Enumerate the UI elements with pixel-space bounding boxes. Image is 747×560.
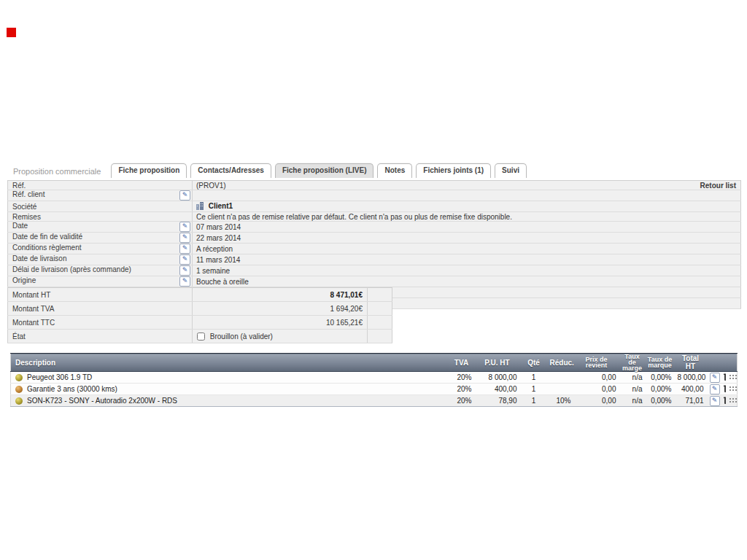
service-icon	[15, 386, 23, 393]
line-taux-marque: 0,00%	[646, 384, 675, 395]
date-value: 07 mars 2014	[193, 222, 741, 233]
header-description: Description	[11, 354, 449, 372]
montant-tva-label: Montant TVA	[8, 302, 193, 316]
row-remises: Remises Ce client n'a pas de remise rela…	[8, 212, 741, 222]
row-delai-livraison: Délai de livraison (après commande)✎ 1 s…	[8, 265, 741, 276]
line-prix-revient: 0,00	[574, 395, 619, 407]
date-fin-validite-value: 22 mars 2014	[193, 233, 741, 244]
row-ref: Réf. Retour list (PROV1)	[8, 181, 741, 190]
edit-line-icon[interactable]: ✎	[710, 373, 720, 383]
company-icon	[196, 202, 204, 211]
etat-label: État	[8, 330, 193, 343]
date-livraison-label: Date de livraison	[12, 254, 66, 262]
row-origine: Origine✎ Bouche à oreille	[8, 276, 741, 287]
line-prix-revient: 0,00	[574, 372, 619, 384]
delete-line-icon[interactable]	[723, 396, 726, 406]
header-tva: TVA	[449, 354, 475, 372]
row-date: Date✎ 07 mars 2014	[8, 222, 741, 233]
back-to-list-link[interactable]: Retour list	[700, 182, 740, 190]
etat-checkbox[interactable]	[197, 332, 205, 341]
remises-label: Remises	[8, 212, 193, 222]
product-icon	[15, 397, 23, 405]
line-reduc: 10%	[548, 395, 574, 407]
header-pu-ht: P.U. HT	[475, 354, 520, 372]
row-date-livraison: Date de livraison✎ 11 mars 2014	[8, 254, 741, 265]
line-row: Garantie 3 ans (30000 kms) 20% 400,00 1 …	[11, 384, 738, 395]
line-description[interactable]: Garantie 3 ans (30000 kms)	[27, 385, 117, 393]
totals-table: Montant HT 8 471,01€ Montant TVA 1 694,2…	[7, 287, 392, 343]
drag-handle-icon[interactable]	[729, 373, 737, 381]
origine-value: Bouche à oreille	[193, 276, 741, 287]
line-tva: 20%	[449, 372, 475, 384]
societe-link[interactable]: Client1	[209, 202, 233, 210]
line-pu-ht: 400,00	[475, 384, 520, 395]
line-qty: 1	[520, 395, 548, 407]
edit-line-icon[interactable]: ✎	[710, 396, 720, 406]
header-reduc: Réduc.	[548, 354, 574, 372]
line-description[interactable]: SON-K723 - SONY - Autoradio 2x200W - RDS	[27, 397, 177, 405]
ref-label: Réf.	[8, 181, 193, 190]
montant-ttc-label: Montant TTC	[8, 316, 193, 330]
line-reduc	[548, 372, 574, 384]
row-montant-ttc: Montant TTC 10 165,21€	[8, 316, 392, 330]
delai-livraison-label: Délai de livraison (après commande)	[12, 265, 131, 273]
line-qty: 1	[520, 384, 548, 395]
tab-fichiers-joints[interactable]: Fichiers joints (1)	[416, 163, 491, 178]
delete-line-icon[interactable]	[723, 384, 726, 394]
row-ref-client: Réf. client✎	[8, 190, 741, 201]
drag-handle-icon[interactable]	[729, 385, 737, 392]
etat-value: Brouillon (à valider)	[210, 332, 273, 341]
line-taux-marge: n/a	[619, 384, 646, 395]
edit-line-icon[interactable]: ✎	[710, 384, 720, 394]
line-taux-marque: 0,00%	[646, 372, 675, 384]
line-pu-ht: 78,90	[475, 395, 520, 407]
line-description[interactable]: Peugeot 306 1.9 TD	[27, 373, 92, 381]
edit-date-icon[interactable]: ✎	[179, 222, 190, 232]
date-livraison-value: 11 mars 2014	[193, 254, 741, 265]
row-conditions-reglement: Conditions règlement✎ A réception	[8, 244, 741, 254]
montant-tva-value: 1 694,20€	[193, 302, 368, 316]
edit-delai-livraison-icon[interactable]: ✎	[179, 265, 190, 276]
tab-fiche-proposition[interactable]: Fiche proposition	[111, 163, 187, 178]
line-taux-marge: n/a	[619, 395, 646, 407]
edit-date-fin-validite-icon[interactable]: ✎	[179, 233, 190, 243]
header-taux-marge: Taux de marge	[619, 354, 646, 372]
origine-label: Origine	[12, 276, 36, 284]
remises-value: Ce client n'a pas de remise relative par…	[193, 212, 741, 222]
ref-client-value	[193, 190, 741, 201]
tab-bar: Proposition commerciale Fiche propositio…	[7, 163, 530, 178]
row-montant-ht: Montant HT 8 471,01€	[8, 288, 392, 302]
lines-header-row: Description TVA P.U. HT Qté Réduc. Prix …	[11, 354, 738, 372]
line-pu-ht: 8 000,00	[475, 372, 520, 384]
line-total-ht: 400,00	[675, 384, 707, 395]
line-taux-marque: 0,00%	[646, 395, 675, 407]
lines-table: Description TVA P.U. HT Qté Réduc. Prix …	[10, 353, 738, 407]
drag-handle-icon[interactable]	[729, 397, 737, 404]
line-total-ht: 71,01	[675, 395, 707, 407]
tab-fiche-proposition-live[interactable]: Fiche proposition (LIVE)	[275, 163, 374, 178]
tab-notes[interactable]: Notes	[377, 163, 412, 178]
line-tva: 20%	[449, 384, 475, 395]
montant-ttc-value: 10 165,21€	[193, 316, 368, 330]
row-societe: Société Client1	[8, 201, 741, 212]
red-marker	[7, 28, 16, 37]
tab-suivi[interactable]: Suivi	[495, 163, 527, 178]
conditions-reglement-value: A réception	[193, 244, 741, 254]
header-taux-marque: Taux de marque	[646, 354, 675, 372]
product-icon	[15, 374, 23, 381]
edit-date-livraison-icon[interactable]: ✎	[179, 254, 190, 265]
row-montant-tva: Montant TVA 1 694,20€	[8, 302, 392, 316]
delai-livraison-value: 1 semaine	[193, 265, 741, 276]
delete-line-icon[interactable]	[723, 373, 726, 383]
line-row: SON-K723 - SONY - Autoradio 2x200W - RDS…	[11, 395, 738, 407]
context-label: Proposition commerciale	[7, 167, 111, 178]
edit-ref-client-icon[interactable]: ✎	[179, 190, 190, 201]
edit-conditions-reglement-icon[interactable]: ✎	[179, 244, 190, 254]
line-qty: 1	[520, 372, 548, 384]
line-row: Peugeot 306 1.9 TD 20% 8 000,00 1 0,00 n…	[11, 372, 738, 384]
line-prix-revient: 0,00	[574, 384, 619, 395]
edit-origine-icon[interactable]: ✎	[179, 276, 190, 287]
line-total-ht: 8 000,00	[675, 372, 707, 384]
tab-contacts-adresses[interactable]: Contacts/Adresses	[190, 163, 271, 178]
ref-client-label: Réf. client	[12, 190, 44, 198]
